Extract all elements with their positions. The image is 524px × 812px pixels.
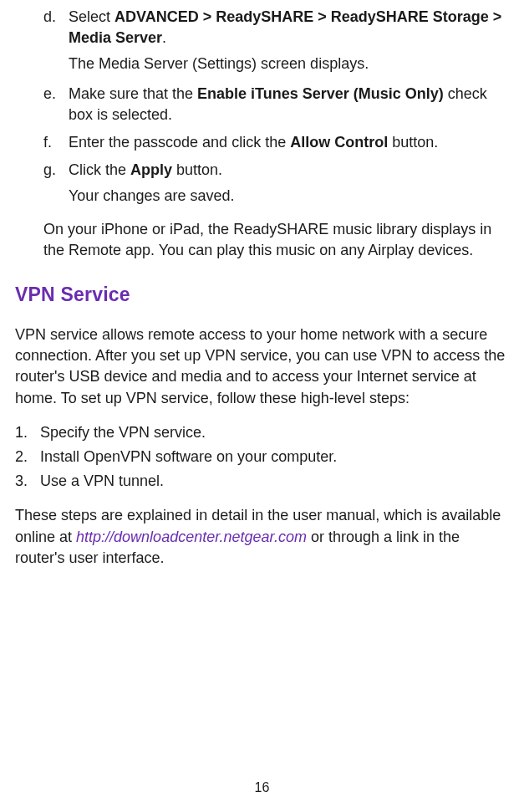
step-content: Click the Apply button. bbox=[69, 160, 509, 181]
closing-paragraph: On your iPhone or iPad, the ReadySHARE m… bbox=[15, 219, 509, 261]
checkbox-name: Enable iTunes Server (Music Only) bbox=[197, 85, 444, 102]
list-marker: 2. bbox=[15, 447, 40, 467]
button-name: Allow Control bbox=[290, 134, 388, 151]
step-marker: e. bbox=[43, 84, 69, 125]
list-item: 1. Specify the VPN service. bbox=[15, 422, 509, 443]
text-suffix: button. bbox=[172, 161, 222, 178]
step-content: Make sure that the Enable iTunes Server … bbox=[69, 84, 509, 125]
download-center-link[interactable]: http://downloadcenter.netgear.com bbox=[76, 529, 307, 545]
step-marker: d. bbox=[43, 7, 69, 49]
vpn-intro-paragraph: VPN service allows remote access to your… bbox=[15, 324, 509, 409]
sub-step-d: d. Select ADVANCED > ReadySHARE > ReadyS… bbox=[15, 7, 509, 49]
list-text: Install OpenVPN software on your compute… bbox=[40, 447, 337, 467]
text-suffix: . bbox=[162, 29, 166, 46]
step-g-followup: Your changes are saved. bbox=[15, 186, 509, 207]
list-marker: 1. bbox=[15, 422, 40, 443]
list-marker: 3. bbox=[15, 471, 40, 492]
step-marker: f. bbox=[43, 132, 69, 153]
text-prefix: Make sure that the bbox=[69, 85, 197, 102]
menu-path: ADVANCED > ReadySHARE > ReadySHARE Stora… bbox=[69, 8, 501, 46]
text-prefix: Enter the passcode and click the bbox=[69, 134, 290, 151]
sub-step-f: f. Enter the passcode and click the Allo… bbox=[15, 132, 509, 153]
section-heading-vpn: VPN Service bbox=[15, 281, 509, 308]
text-prefix: Click the bbox=[69, 161, 130, 178]
text-prefix: Select bbox=[69, 8, 114, 25]
list-text: Specify the VPN service. bbox=[40, 422, 206, 443]
sub-step-g: g. Click the Apply button. bbox=[15, 160, 509, 181]
step-content: Enter the passcode and click the Allow C… bbox=[69, 132, 509, 153]
step-marker: g. bbox=[43, 160, 69, 181]
step-content: Select ADVANCED > ReadySHARE > ReadySHAR… bbox=[69, 7, 509, 49]
vpn-outro-paragraph: These steps are explained in detail in t… bbox=[15, 505, 509, 569]
list-text: Use a VPN tunnel. bbox=[40, 471, 164, 492]
list-item: 3. Use a VPN tunnel. bbox=[15, 471, 509, 492]
vpn-steps-list: 1. Specify the VPN service. 2. Install O… bbox=[15, 422, 509, 493]
page-number: 16 bbox=[0, 779, 524, 797]
step-d-followup: The Media Server (Settings) screen displ… bbox=[15, 54, 509, 74]
text-suffix: button. bbox=[388, 134, 438, 151]
button-name: Apply bbox=[130, 161, 172, 178]
sub-step-e: e. Make sure that the Enable iTunes Serv… bbox=[15, 84, 509, 125]
list-item: 2. Install OpenVPN software on your comp… bbox=[15, 447, 509, 467]
